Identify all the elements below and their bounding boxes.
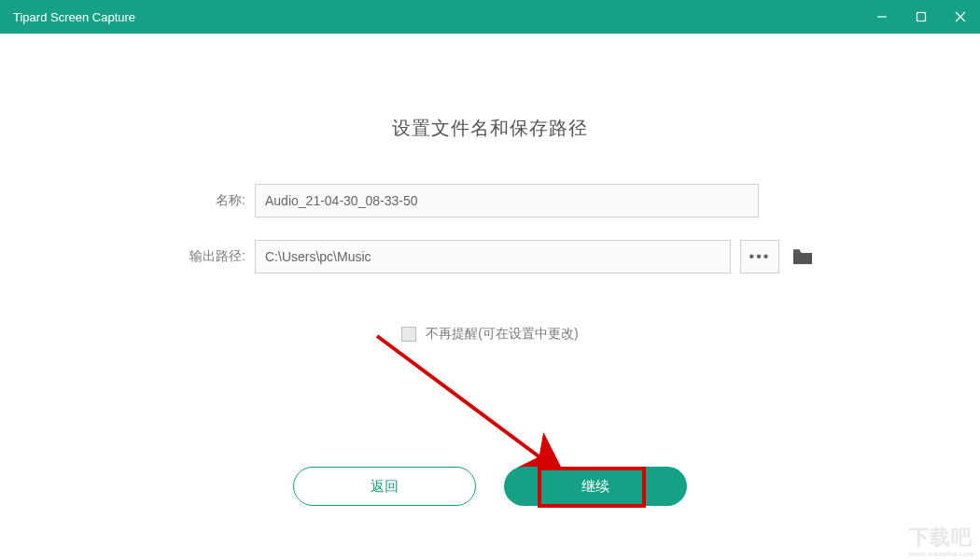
name-row: 名称: (163, 184, 817, 217)
continue-button-label: 继续 (581, 478, 609, 496)
minimize-button[interactable] (862, 0, 902, 34)
close-button[interactable] (941, 0, 980, 34)
name-label: 名称: (163, 192, 255, 209)
path-label: 输出路径: (163, 248, 255, 265)
watermark: 下载吧 www.xiazaiba.com (909, 524, 974, 558)
name-input[interactable] (255, 184, 759, 217)
svg-line-5 (377, 336, 560, 472)
form: 名称: 输出路径: ••• (163, 184, 817, 273)
back-button[interactable]: 返回 (293, 467, 476, 506)
continue-button[interactable]: 继续 (504, 467, 687, 506)
dont-remind-checkbox[interactable] (401, 327, 416, 342)
watermark-text: 下载吧 (909, 525, 973, 549)
folder-icon (792, 248, 813, 265)
maximize-button[interactable] (902, 0, 941, 34)
titlebar[interactable]: Tipard Screen Capture (0, 0, 980, 34)
ellipsis-icon: ••• (749, 248, 771, 265)
app-title: Tipard Screen Capture (13, 10, 135, 24)
svg-rect-4 (793, 249, 800, 252)
path-input[interactable] (255, 240, 731, 273)
browse-button[interactable]: ••• (740, 240, 779, 273)
dont-remind-label: 不再提醒(可在设置中更改) (426, 326, 578, 343)
back-button-label: 返回 (371, 478, 399, 496)
maximize-icon (915, 10, 928, 23)
open-folder-button[interactable] (789, 240, 817, 273)
svg-rect-1 (917, 13, 926, 21)
button-row: 返回 继续 (0, 467, 980, 506)
window-controls (862, 0, 980, 34)
close-icon (954, 10, 967, 23)
dialog-content: 设置文件名和保存路径 名称: 输出路径: ••• (0, 34, 980, 560)
watermark-sub: www.xiazaiba.com (909, 550, 974, 558)
minimize-icon (875, 10, 889, 23)
path-row: 输出路径: ••• (163, 240, 817, 273)
dialog-heading: 设置文件名和保存路径 (0, 34, 980, 141)
app-window: Tipard Screen Capture 设置文件名和保存路径 名称: (0, 0, 980, 560)
dont-remind-row: 不再提醒(可在设置中更改) (0, 326, 980, 343)
